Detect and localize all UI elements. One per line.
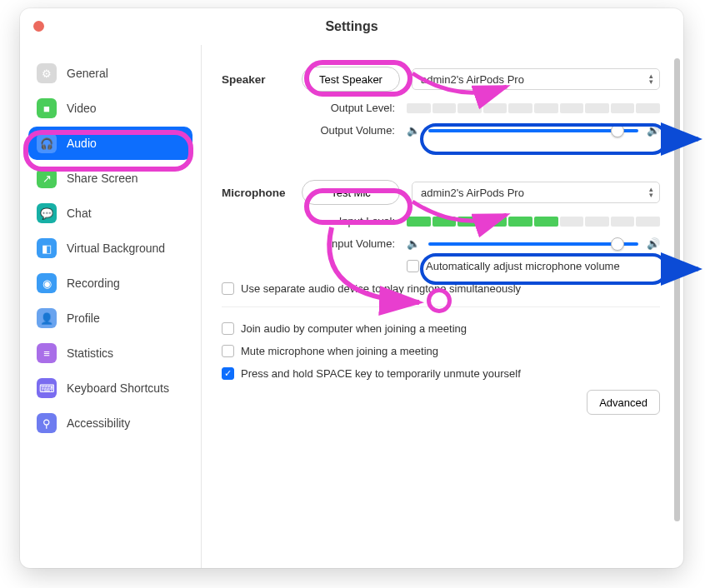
speaker-device-select[interactable]: admin2's AirPods Pro ▴▾ [412,68,660,90]
test-mic-button[interactable]: Test Mic [302,180,400,205]
profile-icon: 👤 [37,308,57,328]
level-segment [432,217,457,227]
level-segment [432,103,457,113]
output-volume-thumb[interactable] [611,124,624,137]
sidebar-item-label: Statistics [67,346,113,360]
chevron-up-down-icon: ▴▾ [649,73,652,85]
level-segment [508,217,532,227]
sidebar-item-chat[interactable]: 💬Chat [28,197,192,230]
level-segment [483,103,508,113]
sidebar-item-label: General [67,67,108,80]
mute-on-join-label: Mute microphone when joining a meeting [241,345,438,357]
level-segment [534,217,558,227]
input-level-meter [407,217,660,227]
join-audio-label: Join audio by computer when joining a me… [241,322,467,335]
level-segment [560,103,584,113]
level-segment [458,103,482,113]
volume-high-icon: 🔊 [647,237,660,250]
headphones-icon: 🎧 [37,133,57,153]
output-volume-label: Output Volume: [222,124,407,137]
stats-icon: ≡ [37,343,57,363]
chevron-up-down-icon: ▴▾ [649,187,652,198]
speaker-section-label: Speaker [222,73,302,86]
sidebar-item-label: Audio [67,137,97,150]
level-segment [407,217,431,227]
level-segment [585,103,609,113]
sidebar-item-recording[interactable]: ◉Recording [28,267,192,300]
input-level-label: Input Level: [222,215,407,227]
sidebar-item-video[interactable]: ■Video [28,92,192,125]
input-volume-label: Input Volume: [222,237,407,250]
sidebar-item-label: Profile [67,311,100,325]
gear-icon: ⚙ [37,63,57,83]
separate-audio-device-checkbox[interactable] [222,282,234,295]
volume-low-icon: 🔈 [407,124,420,137]
mic-section-label: Microphone [222,187,302,199]
mute-on-join-checkbox[interactable] [222,345,234,357]
auto-adjust-mic-checkbox[interactable] [407,260,419,272]
level-segment [611,103,635,113]
level-segment [611,217,635,227]
keyboard-icon: ⌨ [37,378,57,398]
separate-audio-device-label: Use separate audio device to play ringto… [241,282,521,295]
window-title: Settings [325,19,378,33]
output-volume-slider[interactable] [428,129,638,132]
sidebar-item-virtual-background[interactable]: ◧Virtual Background [28,232,192,265]
mic-device-value: admin2's AirPods Pro [421,187,524,199]
sidebar-item-statistics[interactable]: ≡Statistics [28,336,192,370]
sidebar-item-general[interactable]: ⚙General [28,57,192,90]
sidebar-item-label: Keyboard Shortcuts [67,381,169,395]
test-speaker-button[interactable]: Test Speaker [302,67,400,92]
level-segment [636,217,660,227]
level-segment [585,217,609,227]
level-segment [560,217,584,227]
sidebar: ⚙General■Video🎧Audio↗Share Screen💬Chat◧V… [20,45,202,568]
sidebar-item-label: Share Screen [67,172,138,185]
level-segment [458,217,482,227]
sidebar-item-audio[interactable]: 🎧Audio [28,127,192,160]
sidebar-item-keyboard-shortcuts[interactable]: ⌨Keyboard Shortcuts [28,371,192,405]
output-level-meter [407,103,660,113]
sidebar-item-label: Chat [67,207,92,220]
level-segment [407,103,431,113]
sidebar-item-label: Virtual Background [67,242,165,255]
sidebar-item-label: Recording [67,277,120,290]
share-icon: ↗ [37,168,57,188]
sidebar-item-profile[interactable]: 👤Profile [28,301,192,335]
volume-high-icon: 🔊 [647,124,660,137]
accessibility-icon: ⚲ [37,413,57,433]
auto-adjust-mic-label: Automatically adjust microphone volume [426,260,620,272]
level-segment [636,103,660,113]
sidebar-item-label: Video [67,102,97,115]
volume-low-icon: 🔈 [407,237,420,250]
input-volume-slider[interactable] [428,242,638,246]
input-volume-thumb[interactable] [611,237,624,251]
sidebar-item-share-screen[interactable]: ↗Share Screen [28,162,192,195]
close-window-button[interactable] [33,21,44,32]
sidebar-item-accessibility[interactable]: ⚲Accessibility [28,406,192,440]
settings-window: Settings ⚙General■Video🎧Audio↗Share Scre… [20,8,683,568]
titlebar: Settings [20,8,683,45]
join-audio-checkbox[interactable] [222,322,234,335]
output-level-label: Output Level: [222,102,407,114]
mic-device-select[interactable]: admin2's AirPods Pro ▴▾ [412,182,660,203]
level-segment [508,103,532,113]
video-icon: ■ [37,98,57,118]
divider [222,306,660,307]
level-segment [534,103,558,113]
sidebar-item-label: Accessibility [67,416,130,430]
level-segment [483,217,508,227]
virtualbg-icon: ◧ [37,238,57,258]
advanced-button[interactable]: Advanced [587,390,660,415]
space-unmute-label: Press and hold SPACE key to temporarily … [241,367,521,380]
speaker-device-value: admin2's AirPods Pro [421,73,524,86]
content-pane: Speaker Test Speaker admin2's AirPods Pr… [202,45,683,568]
record-icon: ◉ [37,273,57,293]
scrollbar[interactable] [674,58,680,521]
chat-icon: 💬 [37,203,57,223]
space-unmute-checkbox[interactable]: ✓ [222,367,234,380]
